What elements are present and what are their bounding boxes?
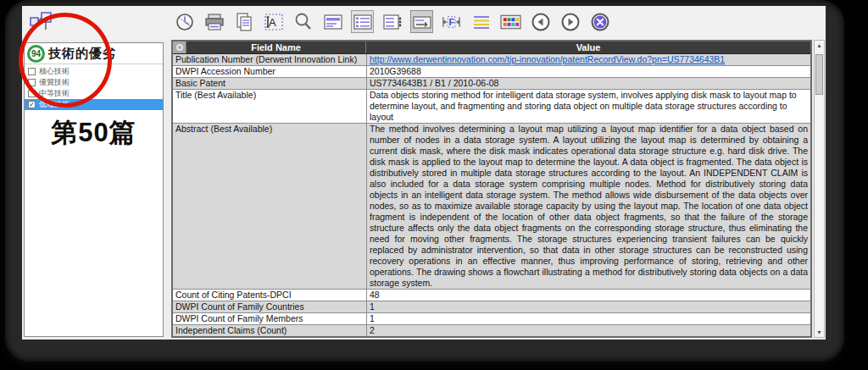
- checkbox-icon[interactable]: [28, 101, 36, 108]
- field-name-column-header: Field Name: [186, 41, 366, 53]
- filter-label: 中等技術: [39, 88, 70, 99]
- value-cell: 2010G39688: [367, 66, 810, 77]
- value-cell: US2004883325A 2004-06-30: [367, 337, 810, 338]
- filter-item-medium-tech[interactable]: 中等技術: [25, 88, 163, 99]
- filter-list: 核心技術 優質技術 中等技術 低端技術: [25, 66, 163, 110]
- checkbox-icon[interactable]: [28, 68, 36, 75]
- table-row: Abstract (Best Available) The method inv…: [173, 124, 810, 290]
- layout-nodes-icon[interactable]: [29, 10, 54, 32]
- table-row: Independent Claims (Count) 2: [173, 325, 810, 337]
- vertical-scrollbar[interactable]: ▲ ▼: [814, 40, 825, 338]
- table-row: DWPI Count of Family Countries 1: [173, 301, 810, 313]
- close-record-icon[interactable]: [588, 10, 611, 33]
- filter-item-lowend-tech[interactable]: 低端技術: [25, 99, 163, 110]
- field-cell: DWPI Accession Number: [173, 66, 367, 77]
- scroll-up-icon[interactable]: ▲: [815, 41, 824, 50]
- filter-label: 核心技術: [39, 66, 70, 77]
- field-width-icon[interactable]: F: [440, 10, 463, 33]
- filter-item-premium-tech[interactable]: 優質技術: [25, 77, 163, 88]
- field-cell: Abstract (Best Available): [173, 124, 367, 289]
- value-cell: http://www.derwentinnovation.com/tip-inn…: [367, 54, 810, 65]
- record-flip-icon[interactable]: [410, 10, 433, 33]
- sidebar-header: 94 技術的優劣: [25, 43, 163, 64]
- sidebar-title: 技術的優劣: [48, 46, 116, 62]
- table-row: Basic Patent US7734643B1 / B1 / 2010-06-…: [173, 78, 810, 90]
- filter-label: 低端技術: [39, 99, 70, 110]
- copy-icon[interactable]: [232, 10, 255, 33]
- value-cell: The method involves determining a layout…: [367, 124, 810, 289]
- form-view-icon[interactable]: [321, 10, 344, 33]
- table-row: DWPI Count of Family Members 1: [173, 313, 810, 325]
- select-text-icon[interactable]: A: [262, 10, 285, 33]
- table-row: DWPI Accession Number 2010G39688: [173, 66, 810, 78]
- value-cell: 48: [367, 290, 810, 301]
- scroll-down-icon[interactable]: ▼: [815, 328, 824, 337]
- field-cell: DWPI Count of Family Members: [173, 313, 367, 324]
- value-cell: 1: [367, 313, 810, 324]
- field-cell: Title (Best Available): [173, 90, 367, 123]
- gear-icon: [176, 44, 183, 51]
- checkbox-icon[interactable]: [28, 79, 36, 86]
- table-row: Count of Citing Patents-DPCI 48: [173, 290, 810, 301]
- table-row: Title (Best Available) Data objects stor…: [173, 90, 810, 124]
- field-cell: Independent Claims (Count): [173, 325, 367, 336]
- table-row: Publication Number (Derwent Innovation L…: [173, 54, 810, 66]
- previous-record-icon[interactable]: [529, 10, 552, 33]
- column-options-button[interactable]: [173, 41, 186, 53]
- score-badge: 94: [27, 45, 45, 63]
- field-cell: Publication Number (Derwent Innovation L…: [173, 54, 367, 65]
- filter-label: 優質技術: [39, 77, 70, 88]
- field-cell: DWPI Count of Family Countries: [173, 301, 367, 312]
- app-content: A: [22, 6, 826, 340]
- publication-link[interactable]: http://www.derwentinnovation.com/tip-inn…: [370, 54, 725, 64]
- screenshot-stage: A: [0, 0, 868, 370]
- print-icon[interactable]: [203, 10, 225, 33]
- field-cell: Count of Citing Patents-DPCI: [173, 290, 367, 301]
- value-cell: 1: [367, 301, 810, 312]
- value-cell: Data objects storing method for intellig…: [367, 90, 810, 123]
- field-cell: Priority Number (long): [173, 337, 367, 338]
- table-row: Priority Number (long) US2004883325A 200…: [173, 337, 810, 338]
- toolbar-icon-strip: A: [173, 10, 611, 33]
- next-record-icon[interactable]: [559, 10, 581, 33]
- highlight-lines-icon[interactable]: [470, 10, 492, 33]
- svg-text:F: F: [449, 16, 455, 26]
- clock-icon[interactable]: [173, 10, 196, 33]
- value-cell: 2: [367, 325, 810, 336]
- value-column-header: Value: [366, 41, 810, 53]
- window-frame: A: [5, 0, 844, 362]
- scrollbar-thumb[interactable]: [815, 54, 823, 95]
- filter-item-core-tech[interactable]: 核心技術: [25, 66, 163, 77]
- list-view-icon[interactable]: [351, 10, 374, 33]
- value-cell: US7734643B1 / B1 / 2010-06-08: [367, 78, 810, 89]
- sidebar: 94 技術的優劣 核心技術 優質技術 中等技術: [24, 42, 164, 337]
- detail-list-icon[interactable]: [381, 10, 403, 33]
- article-number-label: 第50篇: [25, 115, 163, 151]
- color-palette-icon[interactable]: [499, 10, 522, 33]
- svg-text:A: A: [269, 16, 276, 29]
- checkbox-icon[interactable]: [28, 90, 36, 97]
- field-cell: Basic Patent: [173, 78, 367, 89]
- toolbar: A: [22, 6, 826, 40]
- record-table: Field Name Value Publication Number (Der…: [171, 40, 812, 338]
- search-icon[interactable]: [292, 10, 314, 33]
- table-header-row: Field Name Value: [173, 41, 810, 54]
